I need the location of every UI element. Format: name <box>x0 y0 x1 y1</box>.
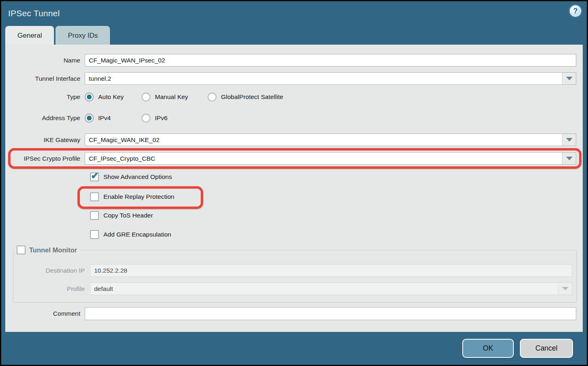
ipsec-crypto-profile-row: IPSec Crypto Profile <box>5 152 583 165</box>
tunnel-interface-input[interactable] <box>85 73 562 84</box>
profile-label: Profile <box>13 285 90 293</box>
add-gre-encapsulation-label: Add GRE Encapsulation <box>103 231 171 238</box>
tab-proxy-ids[interactable]: Proxy IDs <box>56 26 110 45</box>
copy-tos-header-row: Copy ToS Header <box>5 211 583 220</box>
radio-option-manual-key: Manual Key <box>142 93 208 101</box>
enable-replay-protection-label: Enable Replay Protection <box>103 193 174 200</box>
ike-gateway-dropdown-button[interactable] <box>562 134 576 146</box>
address-type-row: Address Type IPv4 IPv6 <box>5 113 583 123</box>
name-label: Name <box>5 57 85 64</box>
tunnel-monitor-legend: Tunnel Monitor <box>14 245 79 254</box>
tunnel-interface-row: Tunnel Interface <box>5 72 583 85</box>
auto-key-label: Auto Key <box>98 93 124 101</box>
type-label: Type <box>5 93 85 101</box>
dialog-footer: OK Cancel <box>1 332 587 365</box>
auto-key-radio[interactable] <box>85 93 94 101</box>
address-type-label: Address Type <box>5 114 85 122</box>
name-input[interactable] <box>85 54 576 67</box>
dialog-titlebar: IPSec Tunnel ? <box>1 1 587 26</box>
ike-gateway-row: IKE Gateway <box>5 133 583 146</box>
chevron-down-icon <box>562 287 569 291</box>
chevron-down-icon <box>566 77 573 80</box>
destination-ip-input <box>90 265 572 276</box>
chevron-down-icon <box>566 157 573 160</box>
type-row: Type Auto Key Manual Key GlobalProtect S… <box>5 92 583 102</box>
radio-option-ipv4: IPv4 <box>85 114 142 123</box>
destination-ip-label: Destination IP <box>13 267 90 274</box>
enable-replay-protection-row: Enable Replay Protection <box>5 192 583 202</box>
dialog-title: IPSec Tunnel <box>8 9 60 18</box>
tunnel-monitor-label: Tunnel Monitor <box>29 246 77 254</box>
show-advanced-options-label: Show Advanced Options <box>103 173 172 181</box>
ipsec-crypto-profile-label: IPSec Crypto Profile <box>5 155 85 162</box>
ipsec-crypto-profile-input[interactable] <box>85 153 562 164</box>
copy-tos-header-label: Copy ToS Header <box>103 212 153 219</box>
ipsec-crypto-profile-dropdown-button[interactable] <box>562 153 576 164</box>
help-icon[interactable]: ? <box>570 5 581 17</box>
ipsec-tunnel-dialog: IPSec Tunnel ? General Proxy IDs Name Tu… <box>0 0 588 366</box>
globalprotect-satellite-radio[interactable] <box>208 93 217 101</box>
tunnel-interface-label: Tunnel Interface <box>5 75 85 82</box>
ok-button[interactable]: OK <box>462 339 514 358</box>
destination-ip-row: Destination IP <box>13 264 576 277</box>
cancel-button[interactable]: Cancel <box>520 339 573 358</box>
general-tab-panel: Name Tunnel Interface Type <box>5 45 583 332</box>
show-advanced-options-row: Show Advanced Options <box>5 172 583 182</box>
name-row: Name <box>5 54 583 67</box>
ike-gateway-input[interactable] <box>85 134 562 146</box>
tab-bar: General Proxy IDs <box>1 26 587 45</box>
add-gre-encapsulation-checkbox[interactable] <box>90 230 99 239</box>
profile-row: Profile <box>13 282 576 295</box>
ipv6-label: IPv6 <box>155 114 167 122</box>
radio-option-ipv6: IPv6 <box>142 114 167 123</box>
tunnel-monitor-fieldset: Tunnel Monitor Destination IP Profile <box>13 245 577 303</box>
comment-row: Comment <box>5 307 583 320</box>
profile-input <box>90 283 558 295</box>
show-advanced-options-checkbox[interactable] <box>90 172 99 181</box>
tunnel-monitor-checkbox[interactable] <box>17 245 26 254</box>
comment-label: Comment <box>5 310 85 317</box>
radio-option-auto-key: Auto Key <box>85 93 142 101</box>
manual-key-radio[interactable] <box>142 93 150 101</box>
ipv4-label: IPv4 <box>98 114 111 122</box>
radio-option-globalprotect-satellite: GlobalProtect Satellite <box>208 93 283 101</box>
enable-replay-protection-checkbox[interactable] <box>90 192 99 201</box>
ipv6-radio[interactable] <box>142 114 150 123</box>
tunnel-interface-dropdown-button[interactable] <box>562 73 576 84</box>
add-gre-encapsulation-row: Add GRE Encapsulation <box>5 230 583 239</box>
manual-key-label: Manual Key <box>155 93 188 101</box>
comment-input[interactable] <box>85 307 576 320</box>
globalprotect-satellite-label: GlobalProtect Satellite <box>221 93 283 101</box>
profile-dropdown-button <box>558 283 572 295</box>
ike-gateway-label: IKE Gateway <box>5 136 85 144</box>
copy-tos-header-checkbox[interactable] <box>90 211 99 220</box>
chevron-down-icon <box>566 138 573 142</box>
tab-general[interactable]: General <box>5 26 54 45</box>
ipv4-radio[interactable] <box>85 114 94 123</box>
